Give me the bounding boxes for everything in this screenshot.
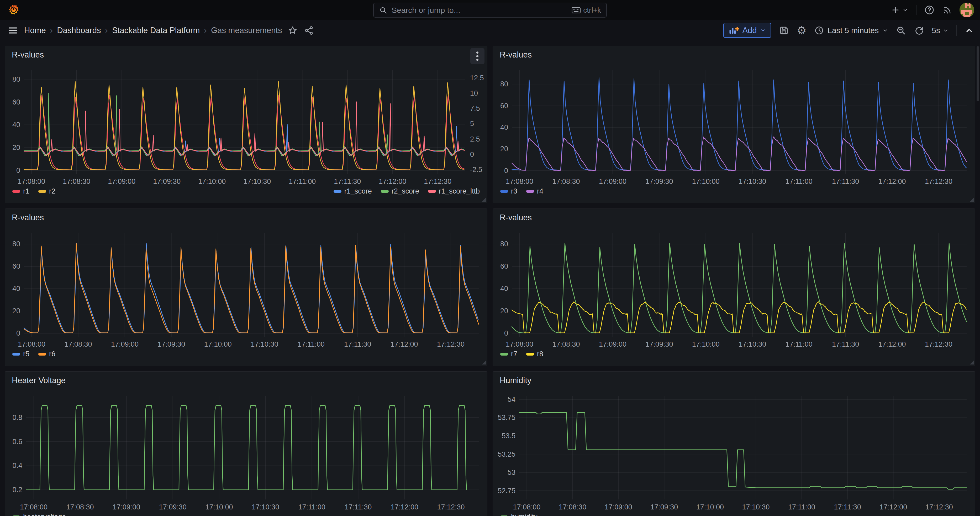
collapse-toolbar-button[interactable]	[965, 26, 974, 35]
chart-canvas[interactable]: 02040608017:08:0017:08:3017:09:0017:09:3…	[5, 209, 487, 366]
panel-r-values-4: R-values r7r8 02040608017:08:0017:08:301…	[493, 209, 975, 366]
help-button[interactable]	[924, 5, 934, 15]
panel-r-values-2: R-values r3r4 02040608017:08:0017:08:301…	[493, 46, 975, 203]
chart-canvas[interactable]: 52.755353.2553.553.755417:08:0017:08:301…	[493, 371, 975, 516]
panel-legend: r7r8	[500, 350, 968, 358]
divider	[956, 25, 957, 36]
new-button[interactable]	[891, 5, 908, 15]
svg-text:17:11:00: 17:11:00	[298, 503, 325, 511]
svg-text:0.2: 0.2	[12, 486, 22, 494]
menu-toggle-button[interactable]	[8, 25, 18, 35]
svg-text:40: 40	[12, 285, 20, 293]
legend-item-r3[interactable]: r3	[500, 187, 517, 195]
svg-text:-2.5: -2.5	[470, 166, 482, 174]
svg-text:17:11:00: 17:11:00	[298, 340, 325, 348]
rss-icon	[942, 5, 951, 15]
panel-title[interactable]: Humidity	[500, 376, 531, 385]
panel-title[interactable]: R-values	[500, 213, 532, 222]
search-input[interactable]: Search or jump to... ctrl+k	[373, 3, 607, 18]
chevron-down-icon	[902, 7, 908, 13]
legend-swatch	[526, 353, 534, 355]
svg-text:17:12:30: 17:12:30	[925, 340, 953, 348]
legend-label: r2_score	[391, 187, 419, 195]
grafana-logo-icon[interactable]	[7, 3, 21, 17]
panel-legend: r1r2r1_scorer2_scorer1_score_lttb	[12, 187, 480, 195]
legend-item-humidity[interactable]: humidity	[500, 513, 538, 516]
legend-item-r6[interactable]: r6	[38, 350, 56, 358]
series-group	[519, 412, 967, 489]
legend-label: r1_score	[344, 187, 372, 195]
svg-text:17:12:00: 17:12:00	[379, 177, 406, 185]
add-label: Add	[742, 26, 757, 35]
refresh-interval-label: 5s	[932, 26, 940, 35]
series-group	[512, 243, 967, 333]
series-line-r3	[512, 78, 968, 170]
svg-text:10: 10	[470, 89, 478, 97]
breadcrumb-home[interactable]: Home	[24, 26, 46, 35]
svg-text:17:10:00: 17:10:00	[204, 340, 232, 348]
scrollbar-thumb[interactable]	[977, 46, 979, 101]
favorite-button[interactable]	[288, 26, 298, 35]
svg-text:17:10:00: 17:10:00	[692, 340, 720, 348]
clock-icon	[815, 26, 824, 35]
chart-canvas[interactable]: 02040608017:08:0017:08:3017:09:0017:09:3…	[493, 209, 975, 366]
legend-item-r2_score[interactable]: r2_score	[381, 187, 419, 195]
series-line-r5	[24, 243, 478, 333]
legend-item-r1[interactable]: r1	[12, 187, 29, 195]
svg-text:17:12:00: 17:12:00	[391, 503, 418, 511]
nav-actions	[891, 0, 974, 20]
legend-item-r8[interactable]: r8	[526, 350, 543, 358]
svg-text:17:08:30: 17:08:30	[67, 503, 94, 511]
search-shortcut: ctrl+k	[572, 6, 601, 14]
svg-text:20: 20	[12, 307, 20, 315]
svg-text:60: 60	[500, 102, 508, 110]
chart-canvas[interactable]: 02040608017:08:0017:08:3017:09:0017:09:3…	[493, 46, 975, 204]
dashboard-settings-button[interactable]: ⚙	[797, 25, 807, 36]
zoom-out-button[interactable]	[896, 25, 906, 35]
chart-canvas[interactable]: 020406080-2.502.557.51012.517:08:0017:08…	[5, 46, 487, 204]
panel-title[interactable]: R-values	[500, 50, 532, 60]
legend-item-r4[interactable]: r4	[526, 187, 543, 195]
legend-swatch	[12, 190, 20, 193]
svg-text:17:11:00: 17:11:00	[289, 177, 316, 185]
chart-canvas[interactable]: 0.20.40.60.817:08:0017:08:3017:09:0017:0…	[5, 371, 487, 516]
legend-label: r1	[23, 187, 29, 195]
divider	[916, 5, 916, 15]
legend-item-r1_score_lttb[interactable]: r1_score_lttb	[428, 187, 480, 195]
legend-item-r2[interactable]: r2	[38, 187, 56, 195]
svg-text:17:09:30: 17:09:30	[159, 503, 187, 511]
panel-legend: r3r4	[500, 187, 968, 195]
legend-item-r1_score[interactable]: r1_score	[334, 187, 372, 195]
svg-text:17:09:30: 17:09:30	[153, 177, 181, 185]
add-panel-button[interactable]: Add	[723, 23, 771, 38]
legend-swatch	[428, 190, 436, 193]
svg-text:53: 53	[508, 468, 515, 476]
svg-text:17:11:30: 17:11:30	[344, 340, 371, 348]
legend-item-r7[interactable]: r7	[500, 350, 517, 358]
svg-text:17:08:00: 17:08:00	[506, 177, 533, 185]
panel-title[interactable]: R-values	[12, 50, 44, 60]
axis-labels: 02040608017:08:0017:08:3017:09:0017:09:3…	[500, 240, 953, 348]
panel-menu-button[interactable]	[470, 48, 485, 64]
refresh-interval-picker[interactable]: 5s	[932, 26, 948, 35]
panel-title[interactable]: Heater Voltage	[12, 376, 65, 385]
svg-text:60: 60	[12, 98, 20, 106]
gear-icon: ⚙	[797, 25, 807, 36]
save-dashboard-button[interactable]	[779, 25, 789, 35]
time-range-picker[interactable]: Last 5 minutes	[815, 26, 888, 35]
legend-item-heatervoltage[interactable]: heatervoltage	[12, 513, 66, 516]
avatar[interactable]	[959, 3, 974, 18]
news-button[interactable]	[942, 5, 951, 15]
share-button[interactable]	[304, 26, 313, 35]
breadcrumb-folder[interactable]: Stackable Data Platform	[112, 26, 200, 35]
refresh-button[interactable]	[914, 25, 924, 35]
star-icon	[288, 26, 298, 35]
svg-text:17:10:30: 17:10:30	[252, 503, 279, 511]
series-group	[24, 81, 466, 170]
chevron-down-icon	[760, 27, 766, 33]
svg-text:17:11:30: 17:11:30	[334, 177, 361, 185]
legend-item-r5[interactable]: r5	[12, 350, 29, 358]
svg-text:17:08:30: 17:08:30	[64, 340, 92, 348]
panel-title[interactable]: R-values	[12, 213, 44, 222]
breadcrumb-dashboards[interactable]: Dashboards	[57, 26, 101, 35]
